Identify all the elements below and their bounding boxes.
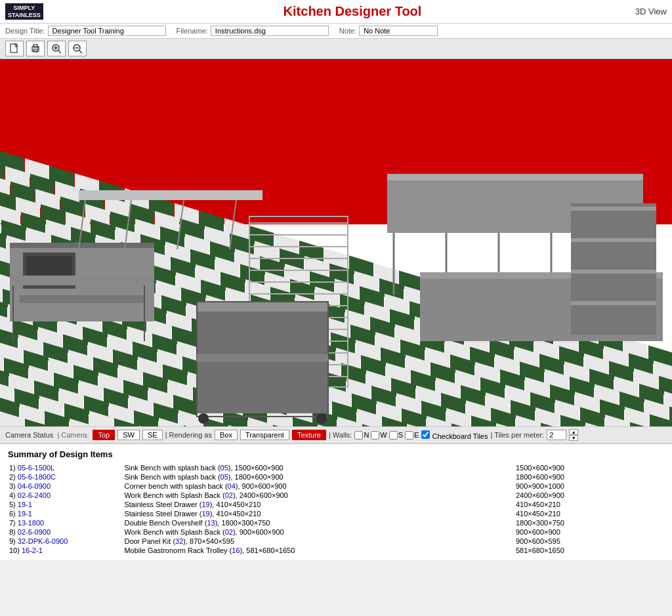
- table-row: 4) 02-6-2400Work Bench with Splash Back …: [8, 491, 664, 500]
- item-description: Stainless Steel Drawer (19), 410×450×210: [123, 500, 514, 509]
- wall-w-checkbox[interactable]: [371, 431, 379, 440]
- design-title-label: Design Title:: [5, 27, 45, 35]
- checkboard-checkbox[interactable]: [421, 430, 430, 439]
- app-title: Kitchen Designer Tool: [77, 4, 627, 19]
- table-row: 8) 02-6-0900Work Bench with Splash Back …: [8, 527, 664, 537]
- table-row: 10) 16-2-1Mobile Gastronorm Rack Trolley…: [8, 546, 664, 555]
- table-row: 7) 13-1800Double Bench Overshelf (13), 1…: [8, 518, 664, 527]
- camera-se-button[interactable]: SE: [142, 430, 163, 440]
- item-ref-link[interactable]: 04: [228, 482, 236, 490]
- item-code-link[interactable]: 32-DPK-6-0900: [18, 537, 68, 545]
- table-row: 2) 05-6-1800CSink Bench with splash back…: [8, 472, 664, 482]
- walls-checkboxes: N W S E: [354, 431, 419, 440]
- camera-separator: | Camera:: [57, 431, 89, 439]
- item-ref-link[interactable]: 05: [220, 464, 228, 472]
- item-code-link[interactable]: 19-1: [18, 510, 32, 518]
- item-code-link[interactable]: 16-2-1: [22, 546, 43, 554]
- item-dimensions: 581×680×1650: [514, 546, 664, 555]
- tiles-spinner[interactable]: ▲ ▼: [569, 429, 578, 441]
- item-description: Sink Bench with splash back (05), 1500×6…: [123, 463, 514, 472]
- item-dimensions: 2400×600×900: [514, 491, 664, 500]
- item-ref-link[interactable]: 19: [201, 501, 209, 508]
- wall-w-label[interactable]: W: [371, 431, 387, 440]
- item-code-link[interactable]: 05-6-1500L: [18, 464, 54, 472]
- item-description: Mobile Gastronorm Rack Trolley (16), 581…: [123, 546, 514, 555]
- summary-section: Summary of Design Items 1) 05-6-1500LSin…: [0, 444, 672, 560]
- item-number: 9) 32-DPK-6-0900: [8, 537, 123, 546]
- svg-rect-3: [33, 45, 37, 47]
- item-description: Door Panel Kit (32), 870×540×595: [123, 537, 514, 546]
- table-row: 1) 05-6-1500LSink Bench with splash back…: [8, 463, 664, 472]
- item-description: Stainless Steel Drawer (19), 410×450×210: [123, 509, 514, 518]
- item-number: 1) 05-6-1500L: [8, 463, 123, 472]
- item-description: Sink Bench with splash back (05), 1800×6…: [123, 472, 514, 482]
- item-number: 7) 13-1800: [8, 518, 123, 527]
- info-bar: Design Title: Designer Tool Training Fil…: [0, 24, 672, 39]
- item-ref-link[interactable]: 16: [232, 546, 240, 554]
- logo: SIMPLY STAINLESS: [5, 3, 43, 20]
- toolbar: [0, 39, 672, 59]
- tiles-down-button[interactable]: ▼: [569, 435, 578, 441]
- logo-line1: SIMPLY: [14, 5, 35, 12]
- item-ref-link[interactable]: 05: [220, 473, 228, 481]
- note-label: Note:: [339, 27, 356, 35]
- item-ref-link[interactable]: 13: [207, 519, 215, 527]
- zoom-out-button[interactable]: [68, 41, 87, 56]
- item-code-link[interactable]: 02-6-0900: [18, 528, 51, 536]
- print-icon: [30, 43, 41, 54]
- item-dimensions: 410×450×210: [514, 509, 664, 518]
- item-ref-link[interactable]: 19: [201, 510, 209, 518]
- tiles-per-meter-label: | Tiles per meter:: [491, 431, 545, 439]
- note-value: No Note: [359, 26, 438, 36]
- item-code-link[interactable]: 05-6-1800C: [18, 473, 56, 481]
- design-title-field: Design Title: Designer Tool Training: [5, 26, 166, 36]
- new-button[interactable]: [5, 41, 24, 56]
- print-button[interactable]: [26, 41, 45, 56]
- svg-line-10: [79, 51, 82, 53]
- item-description: Double Bench Overshelf (13), 1800×300×75…: [123, 518, 514, 527]
- rendering-label: | Rendering as: [165, 431, 212, 439]
- filename-field: Filename: Instructions.dsg: [177, 26, 329, 36]
- viewport-canvas: [0, 59, 672, 426]
- camera-top-button[interactable]: Top: [93, 430, 115, 440]
- item-code-link[interactable]: 19-1: [18, 501, 32, 508]
- table-row: 9) 32-DPK-6-0900Door Panel Kit (32), 870…: [8, 537, 664, 546]
- item-description: Work Bench with Splash Back (02), 2400×6…: [123, 491, 514, 500]
- 3d-viewport[interactable]: [0, 59, 672, 426]
- wall-e-label[interactable]: E: [405, 431, 419, 440]
- camera-bar: Camera Status | Camera: Top SW SE | Rend…: [0, 426, 672, 444]
- summary-table: 1) 05-6-1500LSink Bench with splash back…: [8, 463, 664, 555]
- item-dimensions: 1800×600×900: [514, 472, 664, 482]
- tiles-per-meter-input[interactable]: [547, 430, 566, 440]
- item-dimensions: 1800×300×750: [514, 518, 664, 527]
- item-number: 4) 02-6-2400: [8, 491, 123, 500]
- wall-e-checkbox[interactable]: [405, 431, 413, 440]
- item-ref-link[interactable]: 32: [175, 537, 183, 545]
- app-header: SIMPLY STAINLESS Kitchen Designer Tool 3…: [0, 0, 672, 24]
- zoom-in-button[interactable]: [47, 41, 66, 56]
- checkboard-label[interactable]: Checkboard Tiles: [421, 430, 488, 440]
- svg-point-4: [37, 47, 39, 49]
- new-icon: [9, 43, 20, 54]
- view-label: 3D View: [627, 7, 667, 16]
- logo-line2: STAINLESS: [8, 12, 41, 19]
- item-ref-link[interactable]: 02: [225, 491, 233, 499]
- zoom-in-icon: [51, 43, 62, 54]
- rendering-box-button[interactable]: Box: [215, 430, 238, 440]
- rendering-texture-button[interactable]: Texture: [292, 430, 326, 440]
- note-field: Note: No Note: [339, 26, 438, 36]
- item-ref-link[interactable]: 02: [225, 528, 233, 536]
- camera-sw-button[interactable]: SW: [117, 430, 140, 440]
- wall-n-checkbox[interactable]: [354, 431, 363, 440]
- rendering-transparent-button[interactable]: Transparent: [240, 430, 289, 440]
- item-code-link[interactable]: 02-6-2400: [18, 491, 51, 499]
- item-code-link[interactable]: 04-6-0900: [18, 482, 51, 490]
- item-dimensions: 900×600×900: [514, 527, 664, 537]
- design-title-value: Designer Tool Training: [48, 26, 166, 36]
- wall-n-label[interactable]: N: [354, 431, 369, 440]
- logo-area: SIMPLY STAINLESS: [5, 3, 77, 20]
- tiles-up-button[interactable]: ▲: [569, 429, 578, 435]
- item-code-link[interactable]: 13-1800: [18, 519, 44, 527]
- wall-s-checkbox[interactable]: [389, 431, 398, 440]
- wall-s-label[interactable]: S: [389, 431, 403, 440]
